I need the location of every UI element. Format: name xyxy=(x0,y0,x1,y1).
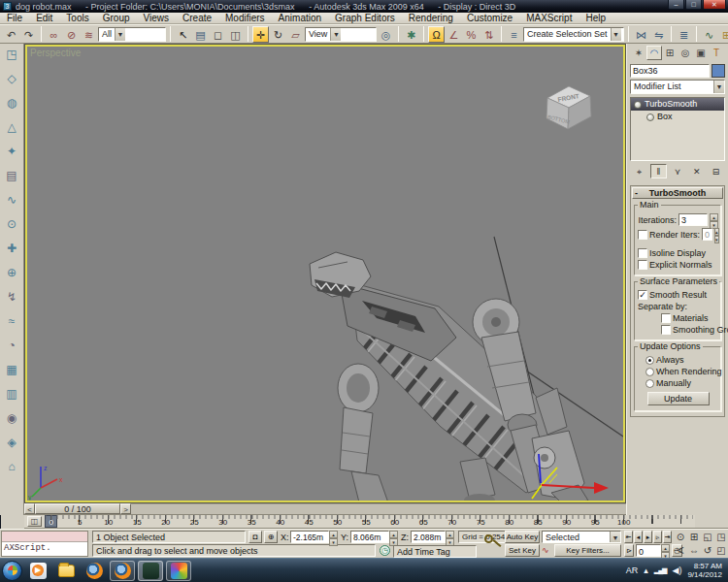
render-iters-spinner[interactable]: ▴▾ xyxy=(714,228,719,241)
time-slider-track[interactable] xyxy=(131,503,626,514)
radio-icon[interactable] xyxy=(645,356,654,365)
zoom-extents-icon[interactable]: ◱ xyxy=(701,531,714,544)
tab-display[interactable]: ▣ xyxy=(693,46,709,60)
close-button[interactable]: ✕ xyxy=(703,0,726,10)
radio-icon[interactable] xyxy=(645,368,654,376)
z-coordinate-field[interactable]: 2.088m xyxy=(411,531,446,543)
selection-lock-icon[interactable]: ◘ xyxy=(248,531,262,543)
update-button[interactable]: Update xyxy=(647,392,710,405)
window-crossing-icon[interactable]: ◫ xyxy=(227,26,244,43)
update-option-row[interactable]: Manually xyxy=(645,378,718,388)
menu-animation[interactable]: Animation xyxy=(272,13,328,24)
motor-icon[interactable]: ⊕ xyxy=(3,265,21,282)
mirror-icon[interactable]: ⋈ xyxy=(633,26,649,43)
select-and-manipulate-icon[interactable]: ✱ xyxy=(403,26,419,43)
materials-checkbox[interactable] xyxy=(661,313,671,323)
render-iters-field[interactable]: 0 xyxy=(702,228,712,241)
spring-icon[interactable]: ∿ xyxy=(3,192,21,210)
water-icon[interactable]: ▦ xyxy=(3,362,21,379)
play-button[interactable]: ▸ xyxy=(644,531,652,543)
menu-file[interactable]: File xyxy=(0,13,29,24)
menu-rendering[interactable]: Rendering xyxy=(402,13,460,24)
menu-create[interactable]: Create xyxy=(176,13,218,24)
rectangular-selection-region-icon[interactable]: ◻ xyxy=(210,26,226,43)
key-mode-dropdown[interactable]: Selected ▼ xyxy=(542,531,621,543)
x-spinner[interactable]: ▴▾ xyxy=(329,531,338,543)
menu-help[interactable]: Help xyxy=(579,13,612,24)
unlink-selection-icon[interactable]: ⊘ xyxy=(63,26,80,43)
maxscript-mini-listener[interactable]: AXScript. xyxy=(1,531,88,557)
key-step-toggle[interactable]: ⊳ xyxy=(624,544,634,557)
remove-modifier-button[interactable]: ✕ xyxy=(688,164,705,178)
cloth-modifier-icon[interactable]: ▥ xyxy=(3,386,21,404)
selection-filter-dropdown[interactable]: All ▼ xyxy=(98,27,166,42)
soft-body-modifier-icon[interactable]: ◉ xyxy=(3,410,21,428)
fracture-icon[interactable]: ◔ xyxy=(3,338,21,355)
radio-icon[interactable] xyxy=(645,379,654,388)
menu-modifiers[interactable]: Modifiers xyxy=(218,13,272,24)
y-coordinate-field[interactable]: 8.066m xyxy=(350,531,389,543)
show-end-result-button[interactable]: ‖ xyxy=(650,164,667,178)
chevron-down-icon[interactable]: ▼ xyxy=(713,81,724,93)
z-spinner[interactable]: ▴▾ xyxy=(446,531,454,543)
track-bar[interactable]: ◫ 05101520253035404550556065707580859095… xyxy=(24,515,695,529)
isoline-display-checkbox[interactable] xyxy=(638,248,647,258)
spinner-snap-icon[interactable]: ⇅ xyxy=(480,26,497,43)
menu-customize[interactable]: Customize xyxy=(460,13,519,24)
angle-snap-icon[interactable]: ∠ xyxy=(446,26,462,43)
explicit-normals-checkbox[interactable] xyxy=(638,260,647,270)
menu-edit[interactable]: Edit xyxy=(29,13,59,24)
redo-icon[interactable]: ↷ xyxy=(20,26,37,43)
make-unique-button[interactable]: ⋎ xyxy=(670,164,686,178)
menu-maxscript[interactable]: MAXScript xyxy=(519,13,579,24)
taskbar-3dsmax[interactable] xyxy=(166,561,191,581)
taskbar-clock[interactable]: 8:57 AM 9/14/2012 xyxy=(687,562,722,579)
toy-car-icon[interactable]: ≈ xyxy=(3,313,21,331)
frame-spinner[interactable]: ▴▾ xyxy=(661,544,670,557)
modifier-stack-row[interactable]: Box xyxy=(631,111,724,123)
zoom-all-icon[interactable]: ⊞ xyxy=(687,531,701,544)
set-key-button[interactable]: Set Key xyxy=(505,544,540,557)
zoom-extents-all-icon[interactable]: ◳ xyxy=(714,531,728,544)
select-and-link-icon[interactable]: ∞ xyxy=(46,26,62,43)
taskbar-media-player[interactable] xyxy=(25,561,50,581)
curve-editor-icon[interactable]: ∿ xyxy=(701,26,717,43)
plane-icon[interactable]: ▤ xyxy=(3,168,21,185)
menu-graph-editors[interactable]: Graph Editors xyxy=(328,13,402,24)
render-iters-checkbox[interactable] xyxy=(638,230,647,240)
tab-create[interactable]: ✶ xyxy=(631,46,646,60)
minimize-button[interactable]: – xyxy=(668,0,684,10)
go-to-start-button[interactable]: ⇤ xyxy=(624,531,633,543)
previous-frame-button[interactable]: ◂ xyxy=(634,531,643,543)
select-and-rotate-icon[interactable]: ↻ xyxy=(270,26,286,43)
absolute-offset-toggle-icon[interactable]: ⊕ xyxy=(264,531,278,543)
modifier-list-dropdown[interactable]: Modifier List ▼ xyxy=(630,80,725,94)
use-pivot-point-center-icon[interactable]: ◎ xyxy=(378,26,394,43)
deforming-mesh-collection-icon[interactable]: ✦ xyxy=(3,144,21,161)
undo-icon[interactable]: ↶ xyxy=(3,26,19,43)
rollout-title[interactable]: - TurboSmooth xyxy=(632,187,723,199)
y-spinner[interactable]: ▴▾ xyxy=(389,531,398,543)
smooth-result-checkbox[interactable] xyxy=(638,290,647,300)
wind-icon[interactable]: ↯ xyxy=(3,289,21,307)
select-and-move-icon[interactable]: ✛ xyxy=(252,26,269,43)
modifier-enabled-icon[interactable] xyxy=(634,101,642,109)
next-frame-button[interactable]: ▹ xyxy=(653,531,662,543)
tab-modify[interactable]: ◠ xyxy=(646,46,662,60)
percent-snap-icon[interactable]: % xyxy=(463,26,480,43)
rope-collection-icon[interactable]: △ xyxy=(3,119,21,137)
iterations-spinner[interactable]: ▴▾ xyxy=(710,213,718,226)
select-and-scale-icon[interactable]: ▱ xyxy=(287,26,304,43)
viewport-perspective[interactable]: Perspective xyxy=(25,45,625,502)
bind-to-space-warp-icon[interactable]: ≋ xyxy=(81,26,97,43)
pan-icon[interactable]: ⇔ xyxy=(687,544,701,558)
menu-views[interactable]: Views xyxy=(137,13,177,24)
chevron-down-icon[interactable]: ▼ xyxy=(611,28,621,41)
taskbar-firefox-2[interactable] xyxy=(110,561,135,581)
cloth-collection-icon[interactable]: ◇ xyxy=(3,71,21,88)
edit-named-selection-sets-icon[interactable]: ≡ xyxy=(506,26,522,43)
iterations-field[interactable]: 3 xyxy=(678,213,708,226)
preview-animation-icon[interactable]: ⌂ xyxy=(3,459,21,476)
tab-hierarchy[interactable]: ⊞ xyxy=(662,46,678,60)
named-selection-set-dropdown[interactable]: Create Selection Set ▼ xyxy=(523,27,624,42)
